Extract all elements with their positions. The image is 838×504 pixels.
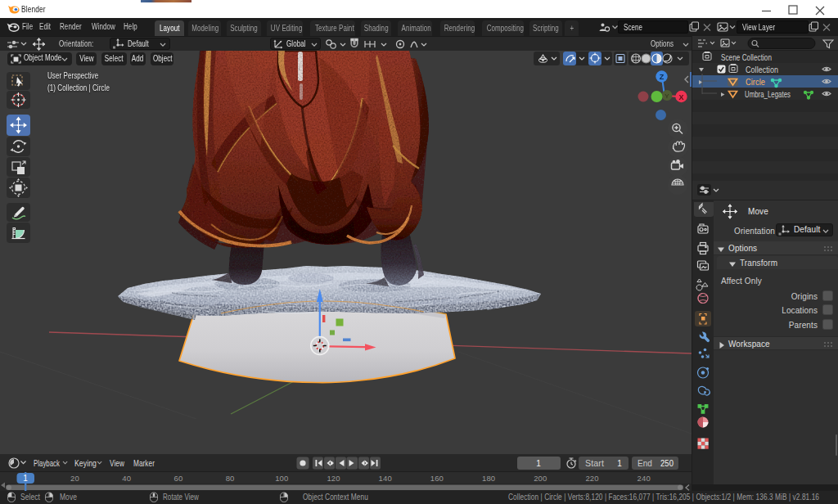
svg-text:Move: Move	[60, 493, 77, 502]
svg-text:160: 160	[430, 474, 444, 483]
svg-text:Scene Collection: Scene Collection	[721, 52, 772, 62]
svg-text:Marker: Marker	[133, 459, 155, 468]
svg-text:220: 220	[585, 474, 598, 483]
svg-text:Keying: Keying	[74, 459, 97, 468]
svg-text:Start: Start	[585, 459, 604, 468]
svg-text:Umbra_Legates: Umbra_Legates	[745, 89, 791, 99]
svg-text:250: 250	[660, 459, 674, 468]
svg-text:140: 140	[379, 474, 392, 483]
svg-text:1: 1	[536, 459, 541, 468]
svg-text:End: End	[638, 459, 652, 468]
svg-text:Playback: Playback	[34, 459, 61, 468]
svg-text:60: 60	[174, 474, 183, 483]
svg-text:20: 20	[70, 474, 79, 483]
svg-text:Collection: Collection	[746, 65, 778, 74]
svg-text:1: 1	[23, 474, 28, 483]
svg-text:X: X	[678, 93, 683, 101]
svg-text:200: 200	[534, 474, 547, 483]
svg-text:40: 40	[122, 474, 131, 483]
svg-text:Select: Select	[20, 493, 40, 502]
svg-text:Circle: Circle	[746, 77, 765, 87]
svg-text:120: 120	[327, 474, 340, 483]
svg-text:80: 80	[226, 474, 235, 483]
svg-text:240: 240	[638, 474, 651, 483]
svg-text:Z: Z	[660, 73, 665, 81]
svg-text:Object Context Menu: Object Context Menu	[303, 493, 368, 502]
svg-text:Y: Y	[665, 92, 669, 100]
svg-text:Rotate View: Rotate View	[163, 493, 200, 502]
svg-text:180: 180	[482, 474, 495, 483]
svg-text:View: View	[110, 459, 125, 468]
svg-text:1: 1	[617, 459, 622, 468]
svg-text:Collection | Circle | Verts:8,: Collection | Circle | Verts:8,120 | Face…	[508, 493, 819, 502]
svg-text:100: 100	[275, 474, 288, 483]
